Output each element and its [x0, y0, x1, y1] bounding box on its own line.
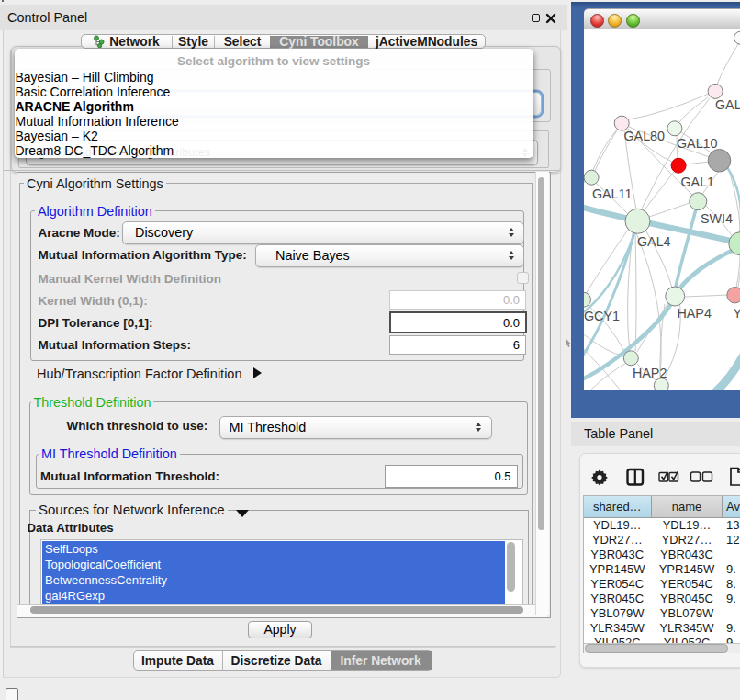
svg-text:SWI4: SWI4	[701, 211, 733, 226]
svg-text:HAP2: HAP2	[633, 366, 667, 380]
svg-text:GCY1: GCY1	[584, 309, 620, 323]
svg-text:GAL2: GAL2	[715, 97, 740, 112]
svg-text:GAL80: GAL80	[623, 129, 665, 143]
svg-text:GAL4: GAL4	[637, 234, 671, 249]
svg-text:GAL10: GAL10	[677, 135, 718, 150]
svg-text:HAP4: HAP4	[677, 306, 711, 321]
svg-text:GAL11: GAL11	[591, 186, 631, 200]
svg-text:GAL1: GAL1	[680, 174, 714, 188]
svg-text:YEL: YEL	[733, 306, 740, 321]
